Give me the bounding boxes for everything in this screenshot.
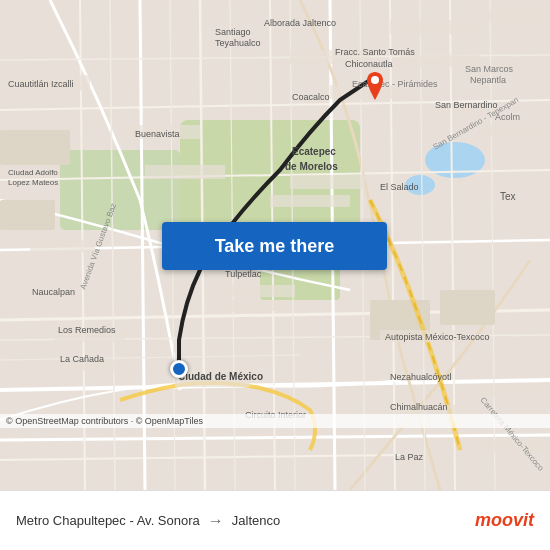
moovit-logo: moovit <box>475 510 534 531</box>
svg-rect-33 <box>440 290 495 325</box>
svg-text:de Morelos: de Morelos <box>285 161 338 172</box>
route-info: Metro Chapultepec - Av. Sonora → Jaltenc… <box>16 512 475 530</box>
svg-text:El Salado: El Salado <box>380 182 419 192</box>
route-arrow: → <box>208 512 224 530</box>
route-from: Metro Chapultepec - Av. Sonora <box>16 513 200 528</box>
svg-text:Nezahualcóyotl: Nezahualcóyotl <box>390 372 452 382</box>
svg-text:Naucalpan: Naucalpan <box>32 287 75 297</box>
svg-text:Buenavista: Buenavista <box>135 129 180 139</box>
svg-text:Ecatepec: Ecatepec <box>292 146 336 157</box>
moovit-brand-text: moovit <box>475 510 534 531</box>
svg-rect-51 <box>480 385 545 397</box>
svg-text:Nepantla: Nepantla <box>470 75 506 85</box>
svg-text:Cuautitlán Izcalli: Cuautitlán Izcalli <box>8 79 74 89</box>
svg-rect-40 <box>270 195 350 207</box>
svg-text:Tex: Tex <box>500 191 516 202</box>
svg-rect-30 <box>0 130 70 165</box>
svg-text:Fracc. Santo Tomás: Fracc. Santo Tomás <box>335 47 415 57</box>
svg-rect-41 <box>220 285 295 297</box>
svg-rect-39 <box>290 175 365 189</box>
svg-text:Autopista México-Texcoco: Autopista México-Texcoco <box>385 332 490 342</box>
svg-rect-31 <box>0 200 55 230</box>
map-container[interactable]: Cuautitlán Izcalli Buenavista Santiago T… <box>0 0 550 490</box>
bottom-bar: Metro Chapultepec - Av. Sonora → Jaltenc… <box>0 490 550 550</box>
svg-rect-49 <box>480 10 545 22</box>
svg-text:Los Remedios: Los Remedios <box>58 325 116 335</box>
take-me-there-button[interactable]: Take me there <box>162 222 387 270</box>
svg-rect-48 <box>480 125 545 137</box>
svg-text:Chiconautla: Chiconautla <box>345 59 393 69</box>
svg-rect-37 <box>390 20 480 34</box>
svg-text:La Paz: La Paz <box>395 452 424 462</box>
origin-marker <box>170 360 188 378</box>
map-attribution: © OpenStreetMap contributors · © OpenMap… <box>0 414 550 428</box>
svg-rect-1 <box>60 150 180 230</box>
svg-text:Santiago: Santiago <box>215 27 251 37</box>
svg-text:Teyahualco: Teyahualco <box>215 38 261 48</box>
svg-text:Ciudad de México: Ciudad de México <box>178 371 263 382</box>
svg-text:La Cañada: La Cañada <box>60 354 104 364</box>
svg-rect-42 <box>220 300 290 311</box>
svg-rect-53 <box>145 165 225 179</box>
svg-text:Tulpetlac: Tulpetlac <box>225 269 262 279</box>
route-to: Jaltenco <box>232 513 280 528</box>
svg-text:Lopez Mateos: Lopez Mateos <box>8 178 58 187</box>
svg-text:San Marcos: San Marcos <box>465 64 514 74</box>
destination-marker <box>363 72 387 104</box>
svg-text:Ciudad Adolfo: Ciudad Adolfo <box>8 168 58 177</box>
svg-text:Alborada Jaltenco: Alborada Jaltenco <box>264 18 336 28</box>
svg-point-88 <box>371 76 379 84</box>
svg-text:Chimalhuacán: Chimalhuacán <box>390 402 448 412</box>
svg-rect-54 <box>30 240 95 252</box>
svg-text:Coacalco: Coacalco <box>292 92 330 102</box>
svg-text:San Bernardino: San Bernardino <box>435 100 498 110</box>
